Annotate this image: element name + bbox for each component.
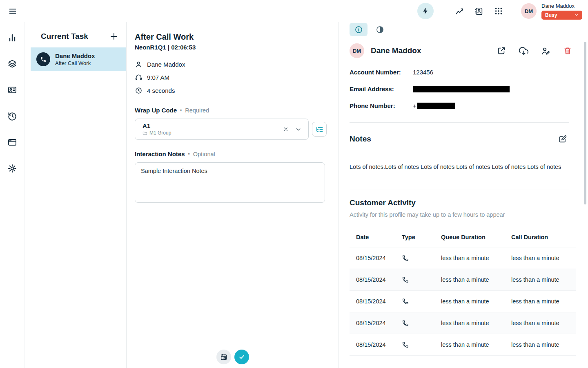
phone-icon: [402, 276, 441, 283]
cell-call-duration: less than a minute: [511, 276, 576, 283]
edit-notes-icon[interactable]: [557, 133, 568, 145]
cloud-download-icon[interactable]: [518, 45, 529, 56]
redacted-email-value: [413, 86, 510, 92]
col-queue-duration: Queue Duration: [441, 234, 511, 240]
layers-icon[interactable]: [7, 58, 18, 70]
bar-chart-icon[interactable]: [7, 32, 18, 43]
acw-queue-timer: NeonR1Q1 | 02:06:53: [135, 44, 329, 51]
browser-window-icon[interactable]: [7, 137, 18, 148]
acw-title: After Call Work: [135, 31, 329, 42]
phone-icon: [402, 320, 441, 327]
notes-title: Notes: [350, 135, 371, 144]
interaction-notes-label: Interaction Notes: [135, 150, 185, 157]
customer-activity-title: Customer Activity: [350, 198, 588, 207]
table-row[interactable]: 08/15/2024 less than a minute less than …: [350, 247, 576, 269]
acw-start-time: 9:07 AM: [147, 74, 169, 81]
cell-date: 08/15/2024: [356, 320, 402, 326]
user-edit-icon[interactable]: [540, 45, 551, 56]
task-contact-name: Dane Maddox: [55, 52, 95, 60]
section-divider: [350, 189, 569, 189]
complete-task-icon[interactable]: [234, 350, 249, 364]
col-type: Type: [402, 234, 441, 240]
activity-table: Date Type Queue Duration Call Duration 0…: [350, 227, 576, 356]
acw-duration: 4 seconds: [147, 87, 175, 94]
table-row[interactable]: 08/15/2024 less than a minute less than …: [350, 312, 576, 334]
topbar: DM Dane Maddox Busy: [0, 0, 588, 22]
menu-icon[interactable]: [6, 4, 20, 18]
cell-queue-duration: less than a minute: [441, 320, 511, 326]
table-header-row: Date Type Queue Duration Call Duration: [350, 227, 576, 247]
notes-text: Lots of notes.Lots of notes Lots of note…: [350, 163, 588, 171]
after-call-work-panel: After Call Work NeonR1Q1 | 02:06:53 Dane…: [127, 22, 339, 368]
wrapup-group-label: M1 Group: [149, 130, 171, 136]
contact-avatar: DM: [350, 43, 364, 58]
contrast-icon: [376, 25, 384, 34]
clock-icon: [135, 87, 143, 94]
id-card-icon[interactable]: [7, 84, 18, 96]
detail-tabs: [350, 23, 588, 36]
clear-selection-icon[interactable]: [280, 123, 292, 135]
cell-call-duration: less than a minute: [511, 255, 576, 261]
acw-contact-name: Dane Maddox: [147, 61, 185, 68]
wrapup-tree-view-icon[interactable]: [312, 122, 327, 137]
cell-date: 08/15/2024: [356, 298, 402, 305]
trash-icon[interactable]: [562, 45, 573, 56]
topbar-user-name: Dane Maddox: [541, 3, 575, 9]
field-value: +: [413, 102, 416, 109]
table-row[interactable]: 08/15/2024 less than a minute less than …: [350, 334, 576, 356]
info-icon: [354, 25, 363, 34]
folder-icon: [143, 131, 147, 136]
contact-name: Dane Maddox: [371, 46, 421, 55]
customer-activity-hint: Activity for this profile may take up to…: [350, 211, 588, 218]
cell-queue-duration: less than a minute: [441, 255, 511, 261]
cell-queue-duration: less than a minute: [441, 298, 511, 305]
analytics-icon[interactable]: [452, 4, 466, 18]
col-call-duration: Call Duration: [511, 234, 576, 240]
headset-icon: [135, 74, 143, 81]
table-row[interactable]: 08/15/2024 less than a minute less than …: [350, 269, 576, 291]
schedule-callback-icon[interactable]: [216, 350, 231, 364]
scrollbar-thumb[interactable]: [584, 42, 586, 204]
current-task-title: Current Task: [41, 32, 88, 41]
cell-queue-duration: less than a minute: [441, 341, 511, 348]
address-book-icon[interactable]: [472, 4, 486, 18]
interaction-notes-input[interactable]: Sample Interaction Notes: [135, 162, 325, 203]
field-phone: Phone Number: +: [350, 97, 588, 114]
contact-detail-panel: DM Dane Maddox Account Number: 123456 Em…: [339, 22, 588, 368]
tab-contrast[interactable]: [371, 23, 389, 36]
field-account-number: Account Number: 123456: [350, 64, 588, 81]
gear-icon[interactable]: [7, 163, 18, 174]
interaction-notes-requirement: Optional: [193, 151, 215, 157]
status-dropdown[interactable]: Busy: [541, 11, 582, 20]
person-icon: [135, 61, 143, 68]
apps-grid-icon[interactable]: [492, 4, 506, 18]
history-icon[interactable]: [7, 110, 18, 122]
field-value: 123456: [413, 69, 433, 76]
current-task-panel: Current Task Dane Maddox After Call Work: [24, 22, 127, 368]
table-row[interactable]: 08/15/2024 less than a minute less than …: [350, 291, 576, 312]
task-list-item[interactable]: Dane Maddox After Call Work: [31, 47, 126, 71]
lightning-icon[interactable]: [417, 3, 434, 19]
contact-fields: Account Number: 123456 Email Address: Ph…: [350, 64, 588, 114]
add-task-icon[interactable]: [109, 31, 120, 42]
left-nav-rail: [0, 22, 24, 368]
open-external-icon[interactable]: [496, 45, 507, 56]
wrapup-selected-value: A1: [143, 123, 280, 129]
cell-call-duration: less than a minute: [511, 341, 576, 348]
cell-date: 08/15/2024: [356, 341, 402, 348]
section-divider: [350, 122, 569, 123]
cell-queue-duration: less than a minute: [441, 276, 511, 283]
chevron-down-icon[interactable]: [292, 123, 304, 135]
status-label: Busy: [545, 12, 557, 18]
chevron-down-icon: [574, 13, 579, 17]
tab-info[interactable]: [350, 23, 368, 36]
wrapup-code-select[interactable]: A1 M1 Group: [135, 119, 309, 140]
cell-date: 08/15/2024: [356, 255, 402, 261]
task-state: After Call Work: [55, 60, 95, 67]
field-email: Email Address:: [350, 81, 588, 97]
avatar[interactable]: DM: [521, 3, 537, 19]
field-label: Email Address:: [350, 85, 413, 92]
field-label: Account Number:: [350, 69, 413, 76]
cell-call-duration: less than a minute: [511, 320, 576, 326]
phone-icon: [402, 341, 441, 348]
